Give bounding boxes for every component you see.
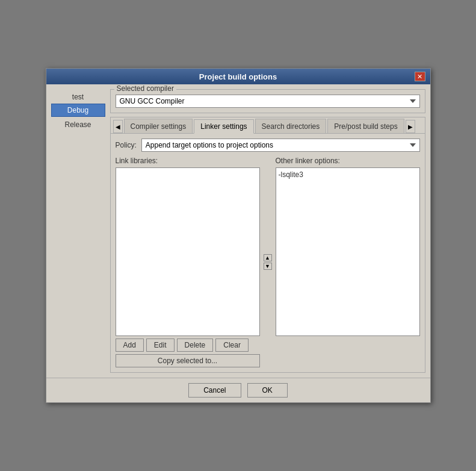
- edit-button[interactable]: Edit: [146, 338, 175, 352]
- tab-pre-post-build[interactable]: Pre/post build steps: [327, 119, 404, 133]
- compiler-group: Selected compiler GNU GCC Compiler: [110, 89, 425, 113]
- splitter-up-button[interactable]: ▲: [264, 254, 272, 261]
- link-libraries-buttons: Add Edit Delete Clear: [116, 338, 260, 352]
- policy-label: Policy:: [116, 141, 137, 149]
- policy-row: Policy: Append target options to project…: [116, 139, 420, 152]
- tab-linker-settings[interactable]: Linker settings: [194, 119, 253, 134]
- linker-settings-panel: Policy: Append target options to project…: [111, 134, 425, 372]
- link-libraries-panel: Link libraries: Add Edit Delete Clear Co…: [116, 157, 260, 367]
- other-linker-options-panel: Other linker options: -lsqlite3: [276, 157, 420, 367]
- tab-scroll-right-button[interactable]: ▶: [406, 120, 415, 133]
- close-button[interactable]: ✕: [415, 72, 425, 81]
- tab-scroll-left-button[interactable]: ◀: [113, 120, 123, 133]
- compiler-group-legend: Selected compiler: [114, 84, 176, 93]
- sidebar-item-release[interactable]: Release: [51, 118, 105, 131]
- title-bar: Project build options ✕: [46, 69, 430, 84]
- ok-button[interactable]: OK: [247, 383, 288, 398]
- delete-button[interactable]: Delete: [177, 338, 214, 352]
- other-linker-options-area[interactable]: -lsqlite3: [276, 167, 420, 336]
- tab-search-directories[interactable]: Search directories: [255, 119, 327, 133]
- link-libraries-label: Link libraries:: [116, 157, 260, 165]
- splitter: ▲ ▼: [264, 157, 272, 367]
- sidebar-project-label: test: [51, 92, 105, 102]
- tabs-container: ◀ Compiler settings Linker settings Sear…: [110, 117, 425, 373]
- copy-selected-to-button[interactable]: Copy selected to...: [116, 354, 260, 367]
- tabs-header: ◀ Compiler settings Linker settings Sear…: [111, 117, 425, 134]
- sidebar: test Debug Release: [51, 89, 105, 373]
- sidebar-item-debug[interactable]: Debug: [51, 104, 105, 117]
- add-button[interactable]: Add: [116, 338, 144, 352]
- cancel-button[interactable]: Cancel: [188, 383, 241, 398]
- policy-select[interactable]: Append target options to project options: [141, 139, 420, 152]
- project-build-options-dialog: Project build options ✕ test Debug Relea…: [46, 68, 431, 403]
- main-content: Selected compiler GNU GCC Compiler ◀ Com…: [110, 89, 425, 373]
- compiler-select[interactable]: GNU GCC Compiler: [116, 95, 420, 108]
- tab-compiler-settings[interactable]: Compiler settings: [124, 119, 193, 133]
- splitter-down-button[interactable]: ▼: [264, 263, 272, 270]
- other-linker-options-value: -lsqlite3: [279, 170, 303, 179]
- link-libraries-list[interactable]: [116, 167, 260, 336]
- dialog-title: Project build options: [62, 72, 415, 81]
- other-linker-options-label: Other linker options:: [276, 157, 420, 165]
- dialog-footer: Cancel OK: [46, 378, 430, 402]
- two-panels: Link libraries: Add Edit Delete Clear Co…: [116, 157, 420, 367]
- dialog-body: test Debug Release Selected compiler GNU…: [46, 84, 430, 378]
- clear-button[interactable]: Clear: [215, 338, 249, 352]
